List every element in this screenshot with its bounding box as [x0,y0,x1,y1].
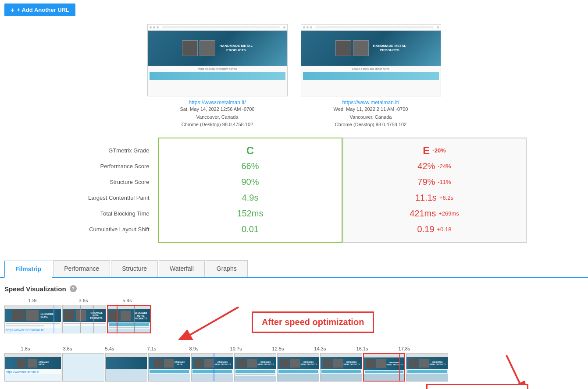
before-arrow-area: Before optimization [426,353,528,389]
metric-val-1-4: 152ms [159,206,342,222]
metric-val-2-0: E -20% [343,143,526,159]
b-frame-9: HANDMADEMETAL PRODUCTS [363,353,405,382]
b-frame-4: HANDMADEMETAL [148,353,190,382]
top-frames-row: HANDMADEMETAL https://www.metalman.lt/ [4,305,151,336]
top-ruler-1: 3.6s [61,298,105,303]
add-url-label: + Add Another URL [17,7,69,13]
b-frame-1: HANDMADEMETAL https://www.metalman.lt/ [4,353,61,382]
svg-line-3 [506,355,520,383]
screenshot-url-1[interactable]: https://www.metalman.lt/ [189,99,246,106]
tab-filmstrip[interactable]: Filmstrip [4,261,52,278]
tab-performance[interactable]: Performance [53,260,110,277]
top-frame-2: HANDMADEMETAL PRODUCTS [62,305,106,333]
metric-label-4: Total Blocking Time [100,206,150,222]
top-ruler-2: 5.4s [105,298,149,303]
screenshot-location-2: Vancouver, Canada [334,113,408,121]
speed-viz-section: Speed Visualization ? 1.8s 3.6s 5.4s HAN… [0,278,588,389]
speed-viz-title: Speed Visualization ? [4,285,584,293]
screenshot-meta-1: https://www.metalman.lt/ Sat, May 14, 20… [180,99,254,129]
screenshot-browser-2: Chrome (Desktop) 98.0.4758.102 [334,121,408,129]
filmstrip-bottom: 1.8s 3.6s 5.4s 7.1s 8.9s 10.7s 12.5s 14.… [4,346,584,389]
bottom-ruler: 1.8s 3.6s 5.4s 7.1s 8.9s 10.7s 12.5s 14.… [4,346,584,351]
b-ruler-6: 12.5s [257,346,299,351]
svg-line-1 [190,307,239,335]
filmstrip-top: 1.8s 3.6s 5.4s HANDMADEMETAL [4,298,584,340]
screenshot-col-2: HANDMADE METALPRODUCTS Create a shiny an… [299,24,443,129]
screenshot-location-1: Vancouver, Canada [180,113,254,121]
screenshot-url-2[interactable]: https://www.metalman.lt/ [342,99,399,106]
tab-graphs[interactable]: Graphs [206,260,248,277]
screenshot-date-2: Wed, May 11, 2022 2:11 AM -0700 [334,106,408,113]
tab-structure[interactable]: Structure [111,260,158,277]
bottom-frames-area: HANDMADEMETAL https://www.metalman.lt/ [4,353,584,389]
bottom-frames: HANDMADEMETAL https://www.metalman.lt/ [4,353,448,382]
b-ruler-3: 7.1s [131,346,173,351]
after-label: After speed optimization [252,311,374,333]
metric-val-1-5: 0.01 [159,222,342,237]
tab-waterfall[interactable]: Waterfall [159,260,205,277]
after-label-container: After speed optimization [252,311,374,333]
top-ruler-0: 1.8s [4,298,61,303]
red-arrow-bottom [485,353,528,388]
metric-val-2-3: 11.1s +6.2s [343,190,526,206]
b-ruler-0: 1.8s [4,346,46,351]
help-icon[interactable]: ? [70,285,77,292]
metric-col-1: C 66% 90% 4.9s 152ms 0.01 [158,138,342,243]
metric-val-1-3: 4.9s [159,190,342,206]
b-frame-6: HANDMADEMETAL PRODUCTS [234,353,276,382]
metric-val-2-1: 42% -24% [343,159,526,174]
metric-val-1-0: C [159,143,342,159]
screenshot-img-2: HANDMADE METALPRODUCTS Create a shiny an… [301,24,441,96]
b-frame-8: HANDMADEMETAL PRODUCTS [320,353,362,382]
b-ruler-5: 10.7s [215,346,257,351]
b-frame-7: HANDMADEMETAL PRODUCTS [277,353,319,382]
b-ruler-2: 5.4s [89,346,131,351]
tabs-bar: Filmstrip Performance Structure Waterfal… [4,260,584,277]
screenshot-date-1: Sat, May 14, 2022 12:56 AM -0700 [180,106,254,113]
top-frame-1: HANDMADEMETAL https://www.metalman.lt/ [4,305,61,333]
metric-val-1-2: 90% [159,174,342,190]
top-frame-3: HANDMADEMETAL PRODUCTS [107,305,151,333]
top-filmstrip-area: HANDMADEMETAL https://www.metalman.lt/ [4,305,584,340]
add-url-btn-wrapper: + + Add Another URL [0,0,588,20]
b-ruler-9: 17.8s [383,346,425,351]
tabs-section: Filmstrip Performance Structure Waterfal… [0,251,588,278]
b-ruler-1: 3.6s [46,346,89,351]
metric-val-2-2: 79% -11% [343,174,526,190]
metric-label-5: Cumulative Layout Shift [89,222,149,237]
before-label: Before optimization [426,384,528,389]
metric-val-1-1: 66% [159,159,342,174]
metrics-row: GTmetrix Grade Performance Score Structu… [0,129,588,243]
frame-url-label: https://www.metalman.lt/ [6,328,44,332]
metric-label-1: Performance Score [100,159,150,174]
b-frame-5: HANDMADEMETAL PRODUCTS [191,353,233,382]
red-arrow-top [177,305,247,340]
b-ruler-7: 14.3s [299,346,341,351]
top-ruler: 1.8s 3.6s 5.4s [4,298,584,303]
b-frame-2 [62,353,104,382]
screenshot-img-1: HANDMADE METALPRODUCTS Metal products fo… [147,24,288,96]
metric-label-2: Structure Score [110,174,149,190]
metric-col-2: E -20% 42% -24% 79% -11% 11.1s +6.2s 421… [342,138,527,243]
metric-label-3: Largest Contentful Paint [88,190,149,206]
b-frame-3 [105,353,147,382]
screenshot-browser-1: Chrome (Desktop) 98.0.4758.102 [180,121,254,129]
top-arrow-area [177,305,247,340]
screenshot-col-1: HANDMADE METALPRODUCTS Metal products fo… [145,24,290,129]
metric-label-0: GTmetrix Grade [108,143,149,159]
plus-icon: + [11,6,14,14]
metric-val-2-4: 421ms +269ms [343,206,526,222]
b-ruler-8: 16.1s [341,346,383,351]
metric-labels: GTmetrix Grade Performance Score Structu… [62,138,158,243]
screenshots-row: HANDMADE METALPRODUCTS Metal products fo… [0,20,588,129]
screenshot-meta-2: https://www.metalman.lt/ Wed, May 11, 20… [334,99,408,129]
add-url-button[interactable]: + + Add Another URL [4,4,75,16]
metric-val-2-5: 0.19 +0.18 [343,222,526,237]
b-ruler-4: 8.9s [173,346,215,351]
